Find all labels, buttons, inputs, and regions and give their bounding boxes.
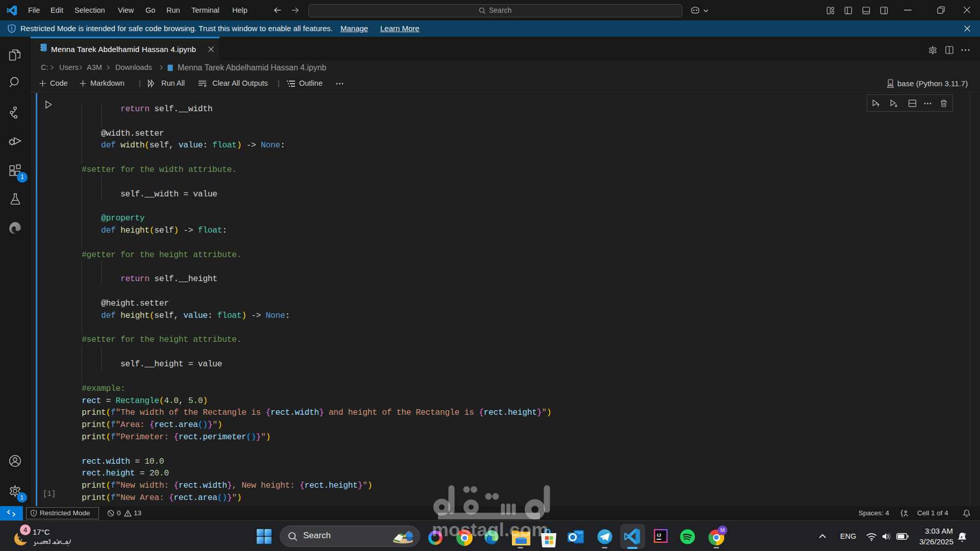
svg-text:IJ: IJ [657,532,661,538]
svg-text:z: z [961,535,963,539]
svg-text:z: z [964,532,966,536]
